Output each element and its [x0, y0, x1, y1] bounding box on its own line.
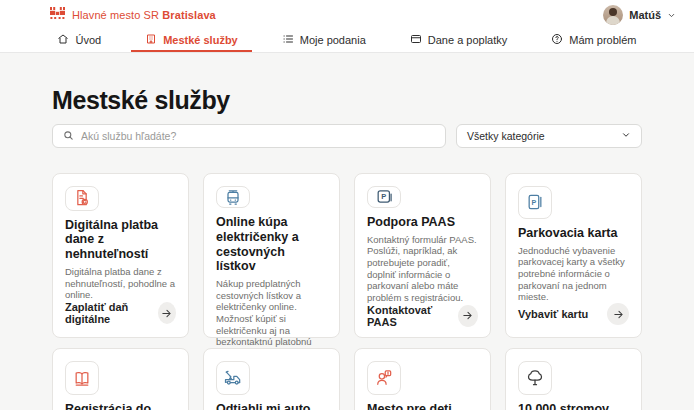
service-card-stromy[interactable]: 10 000 stromov [505, 348, 642, 410]
service-card-dane[interactable]: Digitálna platba dane z nehnuteľností Di… [52, 173, 189, 338]
logo-text: Hlavné mesto SR Bratislava [72, 9, 216, 21]
user-name: Matúš [629, 9, 661, 21]
tow-truck-icon [216, 361, 250, 395]
user-avatar [603, 5, 623, 25]
help-icon [551, 33, 563, 47]
card-title: Digitálna platba dane z nehnuteľností [65, 218, 176, 262]
top-bar: Hlavné mesto SR Bratislava Matúš [0, 0, 694, 29]
search-input[interactable] [81, 130, 435, 142]
home-icon [57, 33, 69, 47]
chevron-down-icon [621, 130, 631, 142]
arrow-right-icon[interactable] [158, 302, 176, 324]
card-title: Podpora PAAS [367, 215, 478, 230]
service-card-kniznica[interactable]: Registrácia do knižnice [52, 348, 189, 410]
svg-text:P: P [381, 192, 386, 201]
user-menu[interactable]: Matúš [603, 5, 676, 25]
card-description: Jednoduché vybavenie parkovacej karty a … [518, 245, 629, 303]
nav-item-moje-podania[interactable]: Moje podania [268, 29, 380, 52]
service-card-mesto-pre-deti[interactable]: Mesto pre deti [354, 348, 491, 410]
service-card-elektricenka[interactable]: Online kúpa električenky a cestovných lí… [203, 173, 340, 338]
card-cta[interactable]: Vybaviť kartu [518, 303, 629, 325]
service-card-odtiahnute-auto[interactable]: Odtiahli mi auto [203, 348, 340, 410]
city-logo[interactable]: Hlavné mesto SR Bratislava [50, 6, 216, 24]
parking-key-icon: P [367, 186, 401, 208]
arrow-right-icon[interactable] [458, 305, 478, 327]
main-content: Mestské služby Všetky kategórie Digitál [0, 53, 694, 410]
services-grid: Digitálna platba dane z nehnuteľností Di… [52, 173, 642, 410]
child-speech-icon [367, 361, 401, 395]
svg-text:P: P [532, 199, 537, 207]
search-box [52, 124, 446, 148]
list-icon [282, 33, 294, 47]
card-title: Online kúpa električenky a cestovných lí… [216, 215, 327, 274]
service-card-parkovacia-karta[interactable]: P Parkovacia karta Jednoduché vybavenie … [505, 173, 642, 338]
card-title: 10 000 stromov [518, 402, 629, 410]
card-title: Odtiahli mi auto [216, 402, 327, 410]
chevron-down-icon [667, 6, 676, 24]
tram-icon [216, 186, 250, 208]
tree-icon [518, 361, 552, 395]
card-cta[interactable]: Kontaktovať PAAS [367, 304, 478, 328]
card-title: Registrácia do knižnice [65, 402, 176, 410]
card-title: Mesto pre deti [367, 402, 478, 410]
card-description: Digitálna platba dane z nehnuteľností, p… [65, 266, 176, 301]
card-description: Kontaktný formulár PAAS. Poslúži, naprík… [367, 234, 478, 304]
nav-item-dane-a-poplatky[interactable]: Dane a poplatky [396, 29, 522, 52]
parking-card-icon: P [518, 186, 552, 219]
document-coin-icon [65, 186, 99, 211]
card-title: Parkovacia karta [518, 226, 629, 241]
arrow-right-icon[interactable] [607, 303, 629, 325]
castle-logo-icon [50, 6, 65, 24]
category-dropdown[interactable]: Všetky kategórie [456, 124, 642, 148]
card-cta[interactable]: Zaplatiť daň digitálne [65, 301, 176, 325]
building-icon [145, 33, 157, 47]
main-nav: Úvod Mestké služby Moje podania Dane a p… [0, 29, 694, 53]
nav-item-uvod[interactable]: Úvod [43, 29, 115, 52]
book-icon [65, 361, 99, 395]
search-icon [63, 127, 74, 145]
filter-controls: Všetky kategórie [52, 124, 642, 148]
nav-item-mam-problem[interactable]: Mám problém [537, 29, 650, 52]
nav-item-mestke-sluzby[interactable]: Mestké služby [131, 29, 252, 52]
header: Hlavné mesto SR Bratislava Matúš Úvod Me… [0, 0, 694, 53]
card-icon [410, 33, 422, 47]
service-card-podpora-paas[interactable]: P Podpora PAAS Kontaktný formulár PAAS. … [354, 173, 491, 338]
page-title: Mestské služby [52, 53, 642, 115]
